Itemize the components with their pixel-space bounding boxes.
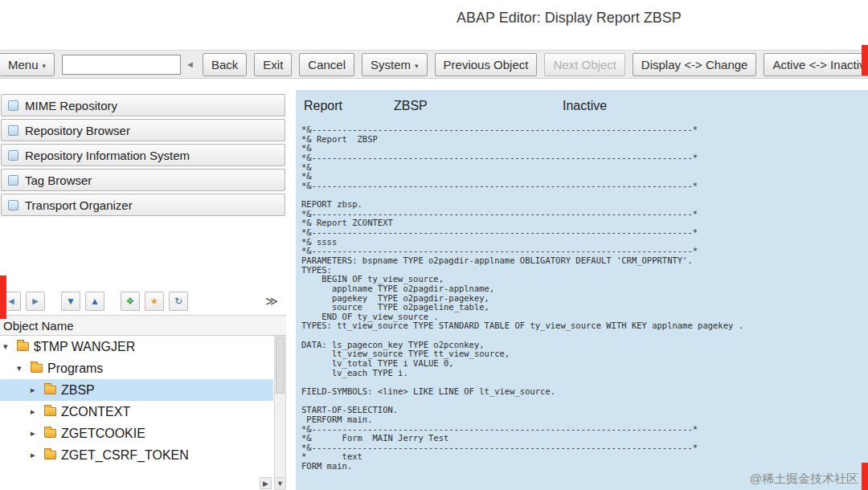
sidebar-nav-button[interactable]: Repository Information System xyxy=(1,144,285,166)
code-line: FORM main. xyxy=(301,462,868,472)
sort-objects-icon[interactable]: ❖ xyxy=(121,292,140,311)
code-line: START-OF-SELECTION. xyxy=(301,406,868,415)
tree-header: Object Name xyxy=(0,315,286,336)
code-line: *&--------------------------------------… xyxy=(301,443,868,453)
toolbar-button-label: System xyxy=(371,58,411,71)
title-bar: ABAP Editor: Display Report ZBSP xyxy=(0,0,868,39)
tree-vertical-scrollbar[interactable]: ▼ xyxy=(274,336,286,490)
command-input[interactable] xyxy=(62,55,181,75)
tree-item-label: $TMP WANGJER xyxy=(34,340,135,354)
caret-icon[interactable]: ▸ xyxy=(31,406,43,417)
code-line xyxy=(301,331,868,341)
next-object-button[interactable]: Next Object xyxy=(544,53,624,76)
favorites-icon[interactable]: ★ xyxy=(145,292,164,311)
refresh-icon[interactable]: ↻ xyxy=(169,292,188,311)
more-functions-icon[interactable]: ≫ xyxy=(262,292,281,311)
object-tree-area: ▾ $TMP WANGJER ▾ Programs ▸ xyxy=(0,336,286,490)
report-header: Report ZBSP Inactive xyxy=(296,90,868,122)
scroll-down-icon[interactable]: ▼ xyxy=(275,477,285,489)
panel-spacer xyxy=(0,218,286,288)
toolbar-button-label: Display <-> Change xyxy=(641,58,748,71)
sidebar-nav-button[interactable]: Transport Organizer xyxy=(1,194,285,216)
caret-icon[interactable]: ▾ xyxy=(17,363,29,374)
menu-button[interactable]: Menu ▾ xyxy=(0,53,55,76)
nav-item-icon xyxy=(8,125,18,136)
code-line: *&--------------------------------------… xyxy=(301,153,868,163)
tree-item[interactable]: ▸ ZGETCOOKIE xyxy=(0,423,273,444)
tree-item-label: ZGET_CSRF_TOKEN xyxy=(61,448,189,463)
code-line: TYPES: tt_view_source TYPE STANDARD TABL… xyxy=(301,321,868,331)
code-line: *&--------------------------------------… xyxy=(301,228,868,238)
tree-item[interactable]: ▸ ZGET_CSRF_TOKEN xyxy=(0,444,273,466)
tree-item-label: Programs xyxy=(47,361,103,376)
sidebar-nav-label: Transport Organizer xyxy=(25,198,133,212)
collapse-all-icon[interactable]: ▲ xyxy=(85,292,104,311)
folder-icon xyxy=(31,364,43,373)
expand-all-icon[interactable]: ▼ xyxy=(61,292,80,311)
object-tree: ▾ $TMP WANGJER ▾ Programs ▸ xyxy=(0,336,273,466)
navigator-button-list: MIME Repository Repository Browser Repos… xyxy=(0,92,286,218)
abap-editor-window: ABAP Editor: Display Report ZBSP Menu ▾ … xyxy=(0,0,868,490)
active-inactive-button[interactable]: Active <-> Inactive xyxy=(764,53,868,76)
toolbar-button-label: Cancel xyxy=(308,58,346,71)
code-line: * text xyxy=(301,452,868,462)
toolbar-button-label: Back xyxy=(211,58,238,71)
report-label: Report xyxy=(304,99,394,113)
sidebar-nav-label: Repository Information System xyxy=(25,149,190,162)
system-button[interactable]: System ▾ xyxy=(362,53,428,76)
nav-item-icon xyxy=(8,100,18,111)
sidebar-nav-label: Repository Browser xyxy=(25,124,130,137)
code-line: applname TYPE o2pagdir-applname, xyxy=(301,284,868,294)
tree-item[interactable]: ▸ ZCONTEXT xyxy=(0,401,273,423)
sidebar-nav-button[interactable]: MIME Repository xyxy=(1,94,285,116)
sidebar-nav-label: MIME Repository xyxy=(25,99,117,112)
red-marker-top-right xyxy=(862,45,868,76)
code-line: *& xyxy=(301,163,868,173)
tree-toolbar: ◄ ► ▼ ▲ ❖ xyxy=(0,288,286,315)
folder-icon xyxy=(44,429,56,438)
display-change-button[interactable]: Display <-> Change xyxy=(633,53,757,76)
navigate-forward-icon[interactable]: ► xyxy=(26,292,45,311)
scroll-right-icon[interactable]: ▶ xyxy=(260,477,272,489)
code-line: *&--------------------------------------… xyxy=(301,182,868,191)
code-line: lv_each TYPE i. xyxy=(301,369,868,378)
watermark: @稀土掘金技术社区 xyxy=(750,472,858,487)
nav-item-icon xyxy=(8,200,18,210)
code-line: PARAMETERS: bspname TYPE o2pagdir-applna… xyxy=(301,256,868,266)
tree-item[interactable]: ▾ $TMP WANGJER xyxy=(0,336,273,357)
tree-item[interactable]: ▾ Programs xyxy=(0,357,273,379)
tree-item-label: ZBSP xyxy=(61,383,95,398)
menu-button-label: Menu xyxy=(8,58,39,71)
scrollbar-thumb[interactable] xyxy=(276,337,285,394)
back-button[interactable]: Back xyxy=(203,53,247,76)
exit-button[interactable]: Exit xyxy=(254,53,292,76)
sidebar-nav-button[interactable]: Tag Browser xyxy=(1,169,285,191)
toolbar-button-group: Back Exit Cancel System ▾ xyxy=(203,53,868,76)
editor-panel: Report ZBSP Inactive *&-----------------… xyxy=(296,90,868,490)
folder-icon xyxy=(44,407,56,416)
caret-icon[interactable]: ▾ xyxy=(3,341,15,352)
toolbar-button-label: Active <-> Inactive xyxy=(772,58,868,71)
tree-item-label: ZGETCOOKIE xyxy=(61,427,145,441)
toolbar-button-label: Previous Object xyxy=(444,58,529,71)
command-collapse-icon[interactable]: ◄ xyxy=(185,59,195,69)
red-marker-left xyxy=(0,276,6,319)
folder-icon xyxy=(17,342,29,351)
toolbar-button-label: Exit xyxy=(263,58,283,71)
tree-item[interactable]: ▸ ZBSP xyxy=(0,379,273,401)
code-editor[interactable]: *&--------------------------------------… xyxy=(296,125,868,472)
red-marker-bottom-right xyxy=(862,463,868,490)
sidebar-nav-label: Tag Browser xyxy=(25,174,92,187)
dropdown-caret-icon: ▾ xyxy=(415,62,419,70)
code-line: *& Report ZBSP xyxy=(301,135,868,145)
report-status-badge: Inactive xyxy=(563,99,607,113)
caret-icon[interactable]: ▸ xyxy=(31,385,43,395)
previous-object-button[interactable]: Previous Object xyxy=(435,53,538,76)
code-line xyxy=(301,190,868,200)
caret-icon[interactable]: ▸ xyxy=(31,428,43,439)
sidebar-nav-button[interactable]: Repository Browser xyxy=(1,119,285,141)
code-line: FIELD-SYMBOLS: <line> LIKE LINE OF lt_vi… xyxy=(301,387,868,397)
caret-icon[interactable]: ▸ xyxy=(31,450,43,460)
cancel-button[interactable]: Cancel xyxy=(299,53,354,76)
folder-icon xyxy=(44,451,56,459)
